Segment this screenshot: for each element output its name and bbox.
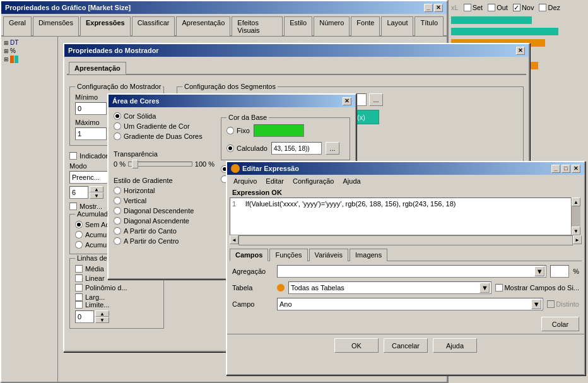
radio-duas-cores[interactable]: Gradiente de Duas Cores: [114, 133, 215, 140]
cores-close[interactable]: ✕: [343, 97, 351, 105]
menu-ajuda[interactable]: Ajuda: [339, 176, 364, 186]
calculado-browse-btn[interactable]: ...: [326, 142, 339, 155]
radio-vertical[interactable]: Vertical: [114, 197, 215, 204]
radio-acumular2-circle[interactable]: [75, 241, 83, 249]
checkbox-out[interactable]: Out: [488, 4, 508, 11]
max-input[interactable]: [75, 127, 107, 140]
radio-fixo-circle[interactable]: [226, 127, 234, 134]
checkbox-nov[interactable]: ✓ Nov: [513, 4, 534, 11]
hscroll-right[interactable]: ►: [573, 235, 582, 244]
radio-sem-acum-circle[interactable]: [75, 221, 83, 228]
campo-dropdown[interactable]: Ano ▼: [277, 298, 543, 310]
tab-geral[interactable]: Geral: [3, 16, 32, 36]
tabela-dropdown[interactable]: Todas as Tabelas ▼: [288, 281, 491, 294]
checkbox-dez-box[interactable]: [539, 4, 546, 11]
radio-calculado-circle[interactable]: [226, 144, 234, 152]
scroll-down[interactable]: ▼: [572, 227, 580, 235]
tab-titulo[interactable]: Título: [415, 16, 444, 36]
menu-editar[interactable]: Editar: [262, 176, 288, 186]
editar-maximize[interactable]: □: [562, 165, 570, 173]
tab-fonte[interactable]: Fonte: [351, 16, 380, 36]
polinomio-checkbox[interactable]: [75, 284, 83, 292]
radio-duas-cores-circle[interactable]: [114, 133, 121, 140]
radio-centro[interactable]: A Partir do Centro: [114, 237, 215, 245]
radio-fixo[interactable]: Fixo: [226, 127, 250, 134]
mostrador-close[interactable]: ✕: [516, 47, 525, 55]
radio-gradiente-circle[interactable]: [114, 122, 121, 130]
mostrar-checkbox[interactable]: [69, 152, 77, 160]
tab-efeitos[interactable]: Efeitos Visuais: [232, 16, 283, 36]
menu-configuracao[interactable]: Configuração: [289, 176, 338, 186]
campo-arrow[interactable]: ▼: [531, 299, 541, 309]
tab-layout[interactable]: Layout: [381, 16, 413, 36]
tabela-arrow[interactable]: ▼: [479, 283, 490, 293]
tab-classificar[interactable]: Classificar: [132, 16, 175, 36]
green-swatch[interactable]: [254, 124, 304, 137]
linear-checkbox[interactable]: [75, 274, 83, 282]
radio-horizontal-circle[interactable]: [114, 187, 121, 194]
radio-gradiente[interactable]: Um Gradiente de Cor: [114, 122, 215, 130]
radio-diag-desc-circle[interactable]: [114, 207, 121, 215]
radio-canto-circle[interactable]: [114, 227, 121, 235]
slider-thumb[interactable]: [132, 160, 138, 168]
tab-expressoes[interactable]: Expressões: [80, 16, 131, 36]
tab-variaveis[interactable]: Variáveis: [309, 249, 348, 261]
tab-numero[interactable]: Número: [314, 16, 350, 36]
radio-diag-desc[interactable]: Diagonal Descendente: [114, 207, 215, 215]
checkbox-nov-box[interactable]: ✓: [513, 4, 520, 11]
tree-item-percent[interactable]: ⊞ %: [4, 47, 55, 54]
larg-checkbox[interactable]: [75, 293, 83, 301]
tab-apresentacao[interactable]: Apresentação: [176, 16, 230, 36]
close-button[interactable]: ✕: [434, 4, 443, 12]
ok-button[interactable]: OK: [334, 338, 379, 353]
radio-solida-circle[interactable]: [114, 112, 121, 120]
cancel-button[interactable]: Cancelar: [384, 338, 428, 353]
editar-close[interactable]: ✕: [572, 165, 580, 173]
checkbox-set[interactable]: Set: [464, 4, 483, 11]
tab-funcoes[interactable]: Funções: [269, 249, 307, 261]
expression-editor[interactable]: 1 If(ValueList('xxxx', 'yyyy')='yyyy', r…: [230, 197, 572, 235]
ajuda-button[interactable]: Ajuda: [433, 338, 477, 353]
tree-item-dt[interactable]: ⊞ DT DT: [4, 39, 55, 46]
tab-estilo[interactable]: Estilo: [284, 16, 312, 36]
tab-campos[interactable]: Campos: [230, 249, 268, 261]
tab-dimensoes[interactable]: Dimensões: [33, 16, 79, 36]
tab-apresentacao-mostrador[interactable]: Apresentação: [69, 62, 126, 74]
media-checkbox[interactable]: [75, 265, 83, 273]
spin-down[interactable]: ▼: [90, 192, 103, 199]
minimize-button[interactable]: _: [424, 4, 433, 12]
spin-up[interactable]: ▲: [90, 186, 103, 192]
expression-text[interactable]: If(ValueList('xxxx', 'yyyy')='yyyy', rgb…: [245, 200, 456, 208]
radio-acumular1-circle[interactable]: [75, 231, 83, 239]
agregacao-dropdown[interactable]: ▼: [277, 265, 546, 278]
radio-canto[interactable]: A Partir do Canto: [114, 227, 215, 235]
distinto-checkbox[interactable]: [547, 300, 555, 308]
radio-vertical-circle[interactable]: [114, 197, 121, 204]
min-input[interactable]: [75, 102, 107, 115]
mostrar-campos-checkbox[interactable]: [495, 284, 503, 292]
menu-arquivo[interactable]: Arquivo: [230, 176, 261, 186]
agregacao-num[interactable]: [550, 265, 569, 278]
calculado-input[interactable]: [271, 142, 322, 155]
checkbox-dez[interactable]: Dez: [539, 4, 560, 11]
spin-input2[interactable]: [75, 310, 94, 323]
radio-diag-asc-circle[interactable]: [114, 217, 121, 225]
limite-checkbox[interactable]: [75, 301, 83, 309]
editar-minimize[interactable]: _: [551, 165, 560, 173]
radio-horizontal[interactable]: Horizontal: [114, 187, 215, 194]
agregacao-arrow[interactable]: ▼: [534, 266, 544, 276]
scroll-up[interactable]: ▲: [572, 197, 580, 206]
hscroll-left[interactable]: ◄: [230, 235, 238, 244]
radio-solida[interactable]: Cor Sólida: [114, 112, 215, 120]
radio-diag-asc[interactable]: Diagonal Ascendente: [114, 217, 215, 225]
slider-track[interactable]: [128, 162, 192, 167]
radio-calculado[interactable]: Calculado: [226, 144, 268, 152]
colar-button[interactable]: Colar: [541, 317, 579, 331]
spin-up2[interactable]: ▲: [95, 310, 109, 317]
spin-input[interactable]: [69, 186, 88, 199]
tree-item-colored[interactable]: ⊞: [4, 56, 55, 63]
tab-imagens[interactable]: Imagens: [350, 249, 387, 261]
spin-down2[interactable]: ▼: [95, 317, 109, 323]
rotulo-button[interactable]: ...: [369, 93, 383, 106]
checkbox-set-box[interactable]: [464, 4, 471, 11]
